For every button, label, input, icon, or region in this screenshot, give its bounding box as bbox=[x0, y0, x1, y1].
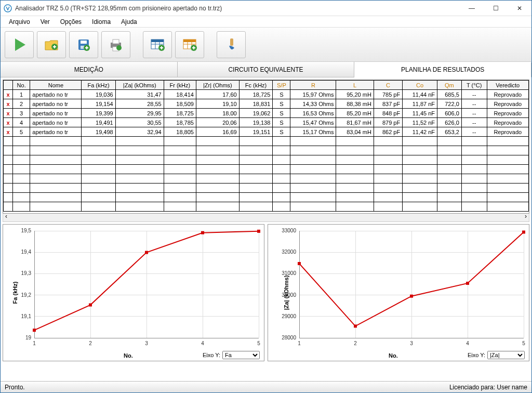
chart-right-ylabel: |Za| (kOhms) bbox=[283, 276, 289, 310]
svg-rect-81 bbox=[522, 230, 525, 233]
charts-row: Fa (kHz) 1919,119,219,319,419,512345 No.… bbox=[3, 224, 529, 361]
col-header[interactable]: No. bbox=[13, 81, 30, 90]
delete-row-icon[interactable]: x bbox=[4, 127, 13, 137]
tab-medicao[interactable]: MEDIÇÃO bbox=[1, 62, 178, 77]
chart-right-xlabel: No. bbox=[389, 352, 398, 359]
col-header[interactable]: |Za| (kOhms) bbox=[115, 81, 164, 90]
svg-rect-23 bbox=[230, 38, 233, 46]
svg-text:19,3: 19,3 bbox=[21, 270, 32, 276]
delete-row-icon[interactable]: x bbox=[4, 90, 13, 99]
svg-rect-51 bbox=[201, 231, 204, 234]
svg-rect-18 bbox=[183, 40, 196, 42]
svg-text:4: 4 bbox=[466, 340, 469, 346]
svg-rect-48 bbox=[33, 329, 36, 332]
chart-left: Fa (kHz) 1919,119,219,319,419,512345 No.… bbox=[3, 224, 264, 361]
table-import-button[interactable] bbox=[175, 31, 204, 58]
chart-left-eixo: Eixo Y: Fa bbox=[203, 351, 260, 359]
col-header[interactable] bbox=[4, 81, 13, 90]
menu-ver[interactable]: Ver bbox=[35, 17, 55, 27]
svg-text:1: 1 bbox=[298, 340, 301, 346]
svg-rect-79 bbox=[410, 295, 413, 298]
col-header[interactable]: R bbox=[290, 81, 336, 90]
table-row[interactable]: x3apertado no tr19,39929,9518,72518,0019… bbox=[4, 109, 529, 118]
chart-right: |Za| (kOhms) 280002900030000310003200033… bbox=[268, 224, 529, 361]
play-button[interactable] bbox=[5, 31, 34, 58]
minimize-button[interactable]: — bbox=[460, 1, 484, 16]
chart-left-axis-select[interactable]: Fa bbox=[222, 351, 260, 359]
col-header[interactable]: |Zr| (Ohms) bbox=[196, 81, 239, 90]
svg-text:5: 5 bbox=[522, 340, 525, 346]
col-header[interactable]: Nome bbox=[30, 81, 82, 90]
svg-text:5: 5 bbox=[257, 340, 260, 346]
svg-rect-80 bbox=[466, 282, 469, 285]
close-button[interactable]: ✕ bbox=[508, 1, 531, 16]
tab-planilha[interactable]: PLANILHA DE RESULTADOS bbox=[354, 62, 531, 77]
table-new-button[interactable] bbox=[143, 31, 172, 58]
col-header[interactable]: L bbox=[336, 81, 374, 90]
col-header[interactable]: Fa (kHz) bbox=[82, 81, 115, 90]
svg-text:19: 19 bbox=[25, 335, 32, 340]
chart-left-ylabel: Fa (kHz) bbox=[12, 282, 18, 304]
svg-text:29000: 29000 bbox=[282, 313, 296, 319]
window-title: Analisador TRZ 5.0 (TR+ST2 128,95mm com … bbox=[15, 5, 460, 12]
svg-text:19,4: 19,4 bbox=[21, 249, 32, 255]
print-button[interactable] bbox=[101, 31, 130, 58]
svg-text:3: 3 bbox=[410, 340, 413, 346]
table-row[interactable]: x4apertado no tr19,49130,5518,78520,0619… bbox=[4, 118, 529, 127]
results-table-wrap[interactable]: No.NomeFa (kHz)|Za| (kOhms)Fr (kHz)|Zr| … bbox=[3, 80, 529, 214]
results-table: No.NomeFa (kHz)|Za| (kOhms)Fr (kHz)|Zr| … bbox=[3, 80, 529, 212]
delete-row-icon[interactable]: x bbox=[4, 109, 13, 118]
chart-right-axis-select[interactable]: |Za| bbox=[487, 351, 525, 359]
table-row[interactable]: x2apertado no tr19,15428,5518,50919,1018… bbox=[4, 99, 529, 109]
toolbar bbox=[1, 28, 531, 62]
tab-bar: MEDIÇÃO CIRCUITO EQUIVALENTE PLANILHA DE… bbox=[1, 62, 531, 77]
svg-point-10 bbox=[116, 45, 122, 50]
svg-rect-49 bbox=[89, 304, 92, 307]
content-area: No.NomeFa (kHz)|Za| (kOhms)Fr (kHz)|Zr| … bbox=[1, 77, 531, 381]
app-window: Analisador TRZ 5.0 (TR+ST2 128,95mm com … bbox=[0, 0, 532, 393]
status-right: Licenciado para: User name bbox=[449, 384, 527, 391]
col-header[interactable]: Co bbox=[403, 81, 437, 90]
col-header[interactable]: Fc (kHz) bbox=[239, 81, 273, 90]
col-header[interactable]: T (°C) bbox=[461, 81, 487, 90]
col-header[interactable]: Fr (kHz) bbox=[164, 81, 196, 90]
svg-text:28000: 28000 bbox=[282, 335, 296, 340]
chart-right-plot: 28000290003000031000320003300012345 bbox=[268, 225, 529, 361]
table-row[interactable]: x5apertado no tr19,49832,9418,80516,6919… bbox=[4, 127, 529, 137]
svg-text:3: 3 bbox=[145, 340, 148, 346]
menu-bar: Arquivo Ver Opções Idioma Ajuda bbox=[1, 16, 531, 28]
svg-text:32000: 32000 bbox=[282, 249, 296, 255]
svg-text:1: 1 bbox=[33, 340, 36, 346]
menu-ajuda[interactable]: Ajuda bbox=[116, 17, 142, 27]
open-button[interactable] bbox=[37, 31, 66, 58]
table-hscroll[interactable] bbox=[3, 214, 529, 222]
svg-text:2: 2 bbox=[354, 340, 357, 346]
save-button[interactable] bbox=[69, 31, 98, 58]
col-header[interactable]: Qm bbox=[437, 81, 462, 90]
menu-opcoes[interactable]: Opções bbox=[55, 17, 87, 27]
svg-point-0 bbox=[4, 5, 11, 12]
status-bar: Pronto. Licenciado para: User name bbox=[1, 381, 531, 392]
brush-button[interactable] bbox=[217, 31, 246, 58]
col-header[interactable]: C bbox=[374, 81, 402, 90]
delete-row-icon[interactable]: x bbox=[4, 99, 13, 109]
app-icon bbox=[4, 4, 12, 12]
status-left: Pronto. bbox=[5, 384, 449, 391]
col-header[interactable]: S/P bbox=[273, 81, 290, 90]
svg-text:2: 2 bbox=[89, 340, 92, 346]
svg-text:19,5: 19,5 bbox=[21, 228, 32, 233]
svg-text:33000: 33000 bbox=[282, 228, 296, 233]
svg-text:4: 4 bbox=[201, 340, 204, 346]
svg-rect-50 bbox=[145, 251, 148, 254]
menu-idioma[interactable]: Idioma bbox=[87, 17, 116, 27]
table-row[interactable]: x1apertado no tr19,03631,4718,41417,6018… bbox=[4, 90, 529, 99]
chart-right-eixo: Eixo Y: |Za| bbox=[468, 351, 525, 359]
svg-marker-1 bbox=[15, 38, 25, 51]
tab-circuito[interactable]: CIRCUITO EQUIVALENTE bbox=[178, 62, 355, 77]
col-header[interactable]: Veredicto bbox=[487, 81, 528, 90]
title-bar: Analisador TRZ 5.0 (TR+ST2 128,95mm com … bbox=[1, 1, 531, 16]
delete-row-icon[interactable]: x bbox=[4, 118, 13, 127]
maximize-button[interactable]: ☐ bbox=[484, 1, 508, 16]
chart-left-plot: 1919,119,219,319,419,512345 bbox=[3, 225, 264, 361]
menu-arquivo[interactable]: Arquivo bbox=[4, 17, 35, 27]
